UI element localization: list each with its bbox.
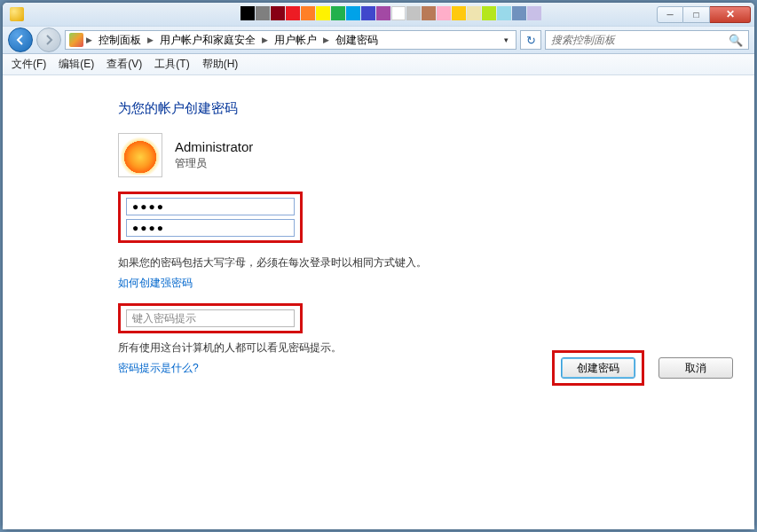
menu-bar: 文件(F) 编辑(E) 查看(V) 工具(T) 帮助(H) — [3, 54, 754, 75]
menu-view[interactable]: 查看(V) — [106, 57, 142, 72]
password-confirm-input[interactable]: ●●●● — [126, 219, 295, 237]
strong-password-link[interactable]: 如何创建强密码 — [118, 276, 193, 291]
chevron-right-icon: ▶ — [261, 35, 269, 44]
breadcrumb-user-accounts[interactable]: 用户帐户 — [271, 33, 320, 48]
minimize-button[interactable]: ─ — [657, 6, 683, 23]
menu-edit[interactable]: 编辑(E) — [59, 57, 94, 72]
content-area: 为您的帐户创建密码 Administrator 管理员 ●●●● ●●●● 如果… — [3, 75, 754, 529]
nav-row: ▶ 控制面板 ▶ 用户帐户和家庭安全 ▶ 用户帐户 ▶ 创建密码 ▾ ↻ 🔍 — [3, 26, 754, 54]
chevron-right-icon: ▶ — [146, 35, 154, 44]
control-panel-icon — [69, 33, 83, 47]
username-label: Administrator — [175, 139, 253, 154]
create-password-button[interactable]: 创建密码 — [561, 357, 635, 379]
hint-field-highlight: 键入密码提示 — [118, 303, 303, 333]
app-icon — [10, 7, 24, 21]
user-info-box: Administrator 管理员 — [118, 133, 754, 177]
window: ─ □ ✕ ▶ 控制面板 ▶ 用户帐户和家庭安全 ▶ 用户帐户 ▶ 创建密码 ▾… — [2, 2, 755, 530]
breadcrumb-create-password[interactable]: 创建密码 — [332, 33, 382, 48]
close-button[interactable]: ✕ — [710, 6, 751, 23]
password-input[interactable]: ●●●● — [126, 198, 295, 215]
avatar — [118, 133, 162, 177]
password-fields-highlight: ●●●● ●●●● — [118, 192, 303, 243]
menu-help[interactable]: 帮助(H) — [202, 57, 239, 72]
address-dropdown[interactable]: ▾ — [501, 35, 512, 44]
search-icon[interactable]: 🔍 — [729, 34, 743, 47]
address-bar[interactable]: ▶ 控制面板 ▶ 用户帐户和家庭安全 ▶ 用户帐户 ▶ 创建密码 ▾ — [65, 30, 516, 50]
back-button[interactable] — [8, 27, 33, 52]
create-button-highlight: 创建密码 — [552, 350, 644, 386]
page-title: 为您的帐户创建密码 — [118, 100, 754, 117]
password-hint-input[interactable]: 键入密码提示 — [126, 309, 295, 327]
chevron-right-icon: ▶ — [322, 35, 330, 44]
breadcrumb-control-panel[interactable]: 控制面板 — [95, 33, 145, 48]
menu-file[interactable]: 文件(F) — [12, 57, 46, 72]
breadcrumb-user-accounts-safety[interactable]: 用户帐户和家庭安全 — [156, 33, 259, 48]
search-box[interactable]: 🔍 — [545, 30, 749, 50]
role-label: 管理员 — [175, 156, 253, 171]
button-row: 创建密码 取消 — [552, 350, 733, 386]
maximize-button[interactable]: □ — [683, 6, 710, 23]
decorative-strip — [241, 6, 542, 22]
chevron-right-icon: ▶ — [85, 35, 93, 44]
menu-tools[interactable]: 工具(T) — [154, 57, 189, 72]
titlebar: ─ □ ✕ — [3, 3, 754, 26]
search-input[interactable] — [551, 34, 729, 46]
forward-button[interactable] — [36, 27, 61, 52]
caps-note: 如果您的密码包括大写字母，必须在每次登录时以相同方式键入。 — [118, 255, 754, 270]
cancel-button[interactable]: 取消 — [658, 357, 733, 379]
refresh-button[interactable]: ↻ — [520, 30, 541, 50]
hint-help-link[interactable]: 密码提示是什么? — [118, 361, 199, 376]
